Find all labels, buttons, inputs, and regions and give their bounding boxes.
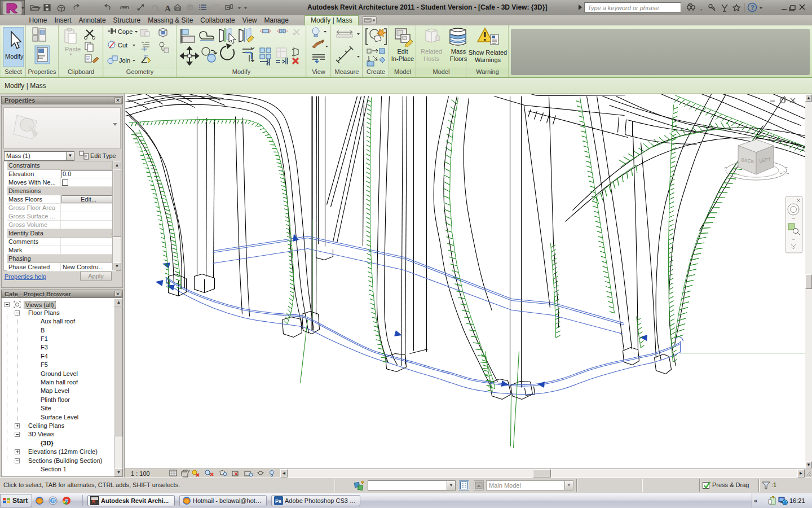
- svg-text:A: A: [165, 4, 171, 13]
- svg-text:Join: Join: [119, 57, 130, 64]
- svg-text:Ps: Ps: [275, 498, 281, 504]
- svg-text:Modify: Modify: [5, 53, 24, 60]
- svg-text:?: ?: [751, 4, 754, 11]
- svg-text:Cope: Cope: [118, 28, 133, 35]
- svg-text:Paste: Paste: [65, 46, 81, 52]
- svg-text:R: R: [92, 499, 96, 505]
- svg-text:Cut: Cut: [118, 42, 127, 49]
